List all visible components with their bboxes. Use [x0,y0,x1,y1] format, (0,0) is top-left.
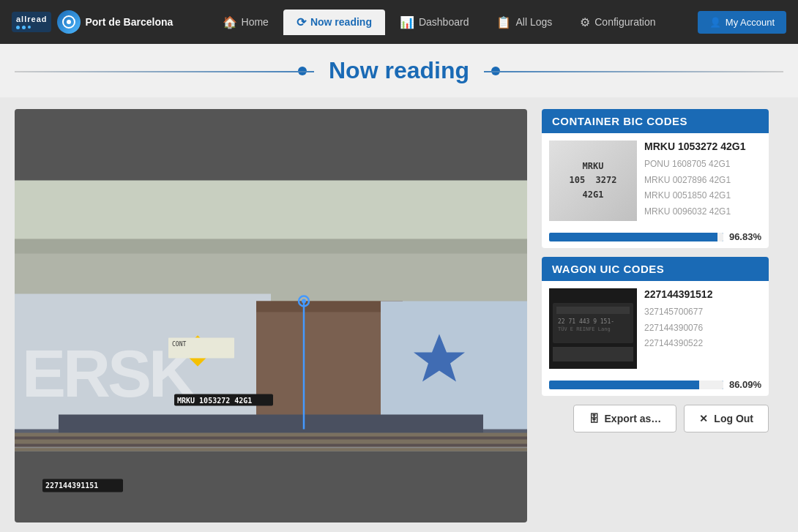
logs-icon: 📋 [496,15,511,29]
container-code-2: MRKU 0027896 42G1 [644,173,761,189]
export-label: Export as… [605,413,662,424]
svg-rect-21 [15,433,527,452]
svg-point-20 [302,299,306,304]
container-bic-header: CONTAINER BIC CODES [542,109,769,133]
svg-text:227144391151: 227144391151 [45,482,98,490]
svg-rect-32 [553,347,633,361]
svg-rect-22 [15,437,527,440]
config-icon: ⚙ [580,15,590,29]
container-code-1: PONU 1608705 42G1 [644,157,761,173]
title-dot-right [491,67,500,75]
svg-rect-29 [556,307,630,314]
container-primary-code: MRKU 1053272 42G1 [644,141,761,152]
tab-home[interactable]: 🏠 Home [209,10,282,35]
container-thumb-bg: MRKU105 327242G1 [549,141,637,221]
now-reading-icon: ⟳ [297,15,306,29]
page-header: Now reading [0,44,798,97]
tab-all-logs-label: All Logs [515,16,552,28]
bottom-actions: 🗄 Export as… ✕ Log Out [542,405,769,432]
container-confidence-fill [717,233,723,241]
wagon-code-2: 227144390076 [644,321,761,337]
container-bic-card: CONTAINER BIC CODES MRKU105 327242G1 MRK… [542,109,769,248]
camera-view: ERSK 227144391151 MRKU 1053272 42G1 [15,109,527,522]
tab-configuration-label: Configuration [594,16,655,28]
svg-point-1 [67,20,71,24]
main-content: ERSK 227144391151 MRKU 1053272 42G1 [0,97,798,532]
svg-rect-23 [15,444,527,447]
port-name: Port de Barcelona [85,16,173,28]
tab-configuration[interactable]: ⚙ Configuration [567,10,668,35]
svg-text:MRKU 1053272 42G1: MRKU 1053272 42G1 [177,397,252,405]
wagon-confidence-text: 86.09% [729,379,761,390]
allread-logo: allread [12,12,51,32]
dot3 [28,26,31,29]
container-thumbnail: MRKU105 327242G1 [549,141,637,221]
wagon-confidence-bar [549,381,723,389]
dot1 [16,26,20,29]
tab-dashboard[interactable]: 📊 Dashboard [387,10,482,35]
account-icon: 👤 [709,17,721,28]
allread-text: allread [16,15,47,23]
top-navigation: allread Port de Barcelona 🏠 Home ⟳ No [0,0,798,44]
wagon-uic-body: 22 71 443 9 151- TÜV E REINFE Lang 22714… [542,281,769,376]
port-logo: Port de Barcelona [57,10,173,34]
svg-rect-13 [59,415,483,433]
dashboard-icon: 📊 [400,15,414,29]
port-icon-svg [61,15,76,29]
tab-dashboard-label: Dashboard [419,16,469,28]
home-icon: 🏠 [223,15,237,29]
logo-dots [16,26,47,29]
wagon-thumb-bg: 22 71 443 9 151- TÜV E REINFE Lang [549,288,637,369]
svg-text:CONT: CONT [172,341,186,348]
wagon-thumb-svg: 22 71 443 9 151- TÜV E REINFE Lang [549,288,637,369]
container-secondary-codes: PONU 1608705 42G1 MRKU 0027896 42G1 MRKU… [644,157,761,220]
tab-home-label: Home [242,16,269,28]
tab-now-reading-label: Now reading [310,16,372,28]
dot2 [22,26,26,29]
nav-tabs: 🏠 Home ⟳ Now reading 📊 Dashboard 📋 All L… [187,10,690,35]
wagon-code-3: 227144390522 [644,336,761,352]
export-icon: 🗄 [589,413,599,424]
container-confidence-row: 96.83% [542,228,769,248]
svg-rect-4 [15,239,527,254]
tab-all-logs[interactable]: 📋 All Logs [483,10,565,35]
container-bic-body: MRKU105 327242G1 MRKU 1053272 42G1 PONU … [542,133,769,228]
svg-text:22  71  443 9 151-: 22 71 443 9 151- [558,318,614,325]
port-icon [57,10,81,34]
wagon-info: 227144391512 327145700677 227144390076 2… [644,288,761,369]
wagon-confidence-row: 86.09% [542,376,769,396]
container-thumb-text: MRKU105 327242G1 [569,160,616,202]
title-dot-left [298,67,307,75]
wagon-code-1: 327145700677 [644,304,761,321]
wagon-thumbnail: 22 71 443 9 151- TÜV E REINFE Lang [549,288,637,369]
wagon-confidence-fill [699,381,723,389]
logout-button[interactable]: ✕ Log Out [684,405,769,432]
wagon-uic-header: WAGON UIC CODES [542,257,769,281]
camera-panel: ERSK 227144391151 MRKU 1053272 42G1 [15,109,527,522]
container-info: MRKU 1053272 42G1 PONU 1608705 42G1 MRKU… [644,141,761,221]
container-code-3: MRKU 0051850 42G1 [644,188,761,204]
detection-panels: CONTAINER BIC CODES MRKU105 327242G1 MRK… [542,109,769,522]
logout-icon: ✕ [699,413,708,424]
logout-label: Log Out [714,413,753,424]
container-confidence-bar [549,233,723,241]
svg-text:TÜV E REINFE Lang: TÜV E REINFE Lang [558,326,611,332]
wagon-secondary-codes: 327145700677 227144390076 227144390522 [644,304,761,352]
container-confidence-text: 96.83% [729,231,761,242]
page-title: Now reading [314,57,484,84]
container-code-4: MRKU 0096032 42G1 [644,204,761,220]
tab-now-reading[interactable]: ⟳ Now reading [283,10,385,35]
wagon-uic-card: WAGON UIC CODES 22 71 443 9 151- TÜV E R… [542,257,769,396]
export-button[interactable]: 🗄 Export as… [573,405,677,432]
account-label: My Account [726,17,775,28]
account-button[interactable]: 👤 My Account [698,11,786,34]
wagon-primary-code: 227144391512 [644,288,761,300]
brand-logo: allread Port de Barcelona [12,10,173,34]
